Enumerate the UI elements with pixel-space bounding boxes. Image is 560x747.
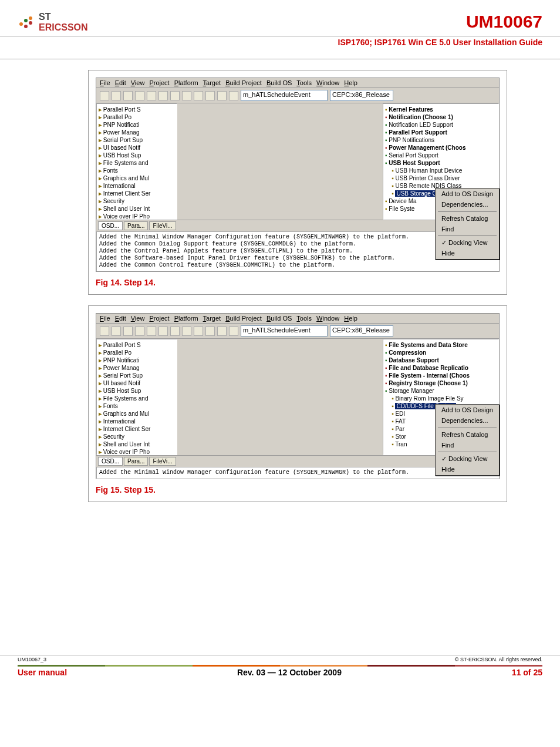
menu-item[interactable]: View <box>131 315 145 322</box>
tree-item[interactable]: ▸ File Systems and <box>99 395 175 402</box>
tree-item[interactable]: ▸ USB Host Sup <box>99 387 175 395</box>
context-menu-item[interactable]: Docking View <box>436 237 499 248</box>
catalog-item[interactable]: ▪ Notification LED Support <box>385 121 497 129</box>
catalog-tree[interactable]: ▪ Kernel Features▪ Notification (Choose … <box>383 103 499 220</box>
menu-item[interactable]: Build OS <box>266 79 292 86</box>
new-icon[interactable] <box>100 327 109 336</box>
catalog-item[interactable]: ▪ Storage Manager <box>385 387 497 395</box>
tree-item[interactable]: ▸ Internet Client Ser <box>99 190 175 197</box>
menu-item[interactable]: Build OS <box>266 315 292 322</box>
context-menu-item[interactable]: Add to OS Design <box>436 405 499 415</box>
catalog-item[interactable]: ▪ Serial Port Support <box>385 152 497 159</box>
menu-bar[interactable]: FileEditViewProjectPlatformTargetBuild P… <box>96 78 499 88</box>
tab[interactable]: FileVi... <box>149 457 176 466</box>
tree-item[interactable]: ▸ UI based Notif <box>99 379 175 387</box>
menu-item[interactable]: Window <box>316 79 339 86</box>
btn-icon[interactable] <box>205 327 215 336</box>
tree-item[interactable]: ▸ Parallel Po <box>99 113 175 121</box>
catalog-tree[interactable]: ▪ File Systems and Data Store▪ Compressi… <box>383 339 499 455</box>
event-combo[interactable]: m_hATLScheduleEvent <box>241 90 328 101</box>
copy-icon[interactable] <box>147 327 156 336</box>
tree-item[interactable]: ▸ Serial Port Sup <box>99 136 175 144</box>
tree-item[interactable]: ▸ Fonts <box>99 167 175 174</box>
save-icon[interactable] <box>123 91 133 100</box>
context-menu-item[interactable]: Find <box>436 224 499 234</box>
context-menu-item[interactable]: Dependencies... <box>436 199 499 210</box>
menu-item[interactable]: Tools <box>296 79 312 86</box>
context-menu-item[interactable]: Hide <box>436 464 499 475</box>
build-config-combo[interactable]: CEPC:x86_Release <box>330 325 393 337</box>
btn-icon[interactable] <box>217 327 227 336</box>
tree-item[interactable]: ▸ Serial Port Sup <box>99 372 175 379</box>
context-menu-item[interactable]: Docking View <box>436 453 499 464</box>
btn-icon[interactable] <box>229 91 238 100</box>
catalog-item[interactable]: ▪ Compression <box>385 349 497 356</box>
catalog-item[interactable]: ▪ Power Management (Choos <box>385 144 497 152</box>
tree-item[interactable]: ▸ UI based Notif <box>99 144 175 152</box>
event-combo[interactable]: m_hATLScheduleEvent <box>241 325 328 337</box>
catalog-item[interactable]: ▪ Notification (Choose 1) <box>385 113 497 121</box>
context-menu-item[interactable]: Refresh Catalog <box>436 213 499 224</box>
context-menu-item[interactable]: Hide <box>436 248 499 258</box>
tree-item[interactable]: ▸ Security <box>99 433 175 440</box>
catalog-item[interactable]: ▪ Parallel Port Support <box>385 129 497 136</box>
menu-item[interactable]: Edit <box>115 315 126 322</box>
catalog-item[interactable]: ▪ USB Printer Class Driver <box>385 174 497 182</box>
redo-icon[interactable] <box>182 91 191 100</box>
btn-icon[interactable] <box>229 327 238 336</box>
menu-item[interactable]: Build Project <box>225 315 262 322</box>
context-menu-item[interactable]: Refresh Catalog <box>436 429 499 440</box>
menu-item[interactable]: Window <box>316 315 339 322</box>
menu-item[interactable]: File <box>100 315 110 322</box>
menu-item[interactable]: Project <box>149 315 169 322</box>
copy-icon[interactable] <box>147 91 156 100</box>
tab[interactable]: Para... <box>124 457 148 466</box>
build-config-combo[interactable]: CEPC:x86_Release <box>330 90 393 101</box>
tree-item[interactable]: ▸ Parallel Port S <box>99 106 175 113</box>
context-menu-item[interactable]: Add to OS Design <box>436 189 499 199</box>
tree-item[interactable]: ▸ Fonts <box>99 402 175 410</box>
catalog-item[interactable]: ▪ USB Host Support <box>385 159 497 167</box>
tree-item[interactable]: ▸ Voice over IP Pho <box>99 213 175 220</box>
catalog-item[interactable]: ▪ File System - Internal (Choos <box>385 372 497 379</box>
open-icon[interactable] <box>112 327 121 336</box>
menu-item[interactable]: Platform <box>174 315 198 322</box>
menu-item[interactable]: Project <box>149 79 169 86</box>
menu-item[interactable]: Help <box>344 315 357 322</box>
tree-item[interactable]: ▸ Security <box>99 197 175 205</box>
tree-item[interactable]: ▸ Internet Client Ser <box>99 425 175 433</box>
tree-item[interactable]: ▸ Parallel Po <box>99 349 175 356</box>
open-icon[interactable] <box>112 91 121 100</box>
context-menu[interactable]: Add to OS DesignDependencies...Refresh C… <box>435 188 500 260</box>
menu-item[interactable]: Target <box>203 315 221 322</box>
tree-item[interactable]: ▸ Shell and User Int <box>99 440 175 448</box>
catalog-item[interactable]: ▪ PNP Notifications <box>385 136 497 144</box>
btn-icon[interactable] <box>194 327 203 336</box>
catalog-item[interactable]: ▪ File and Database Replicatio <box>385 364 497 372</box>
tree-item[interactable]: ▸ USB Host Sup <box>99 152 175 159</box>
redo-icon[interactable] <box>182 327 191 336</box>
catalog-item[interactable]: ▪ File Systems and Data Store <box>385 341 497 349</box>
context-menu-item[interactable]: Dependencies... <box>436 415 499 426</box>
menu-item[interactable]: Edit <box>115 79 126 86</box>
btn-icon[interactable] <box>217 91 227 100</box>
project-tree[interactable]: ▸ Parallel Port S▸ Parallel Po▸ PNP Noti… <box>96 103 177 220</box>
paste-icon[interactable] <box>158 327 168 336</box>
tree-item[interactable]: ▸ Power Manag <box>99 364 175 372</box>
menu-item[interactable]: Platform <box>174 79 198 86</box>
tree-item[interactable]: ▸ Parallel Port S <box>99 341 175 349</box>
catalog-item[interactable]: ▪ Kernel Features <box>385 106 497 113</box>
tab[interactable]: FileVi... <box>149 221 176 230</box>
tree-item[interactable]: ▸ PNP Notificati <box>99 356 175 364</box>
tree-item[interactable]: ▸ PNP Notificati <box>99 121 175 129</box>
tree-item[interactable]: ▸ Shell and User Int <box>99 205 175 213</box>
save-icon[interactable] <box>123 327 133 336</box>
new-icon[interactable] <box>100 91 109 100</box>
undo-icon[interactable] <box>170 327 180 336</box>
menu-item[interactable]: File <box>100 79 110 86</box>
tree-item[interactable]: ▸ International <box>99 182 175 190</box>
btn-icon[interactable] <box>205 91 215 100</box>
project-tree[interactable]: ▸ Parallel Port S▸ Parallel Po▸ PNP Noti… <box>96 339 177 455</box>
tree-item[interactable]: ▸ File Systems and <box>99 159 175 167</box>
context-menu-item[interactable]: Find <box>436 440 499 450</box>
